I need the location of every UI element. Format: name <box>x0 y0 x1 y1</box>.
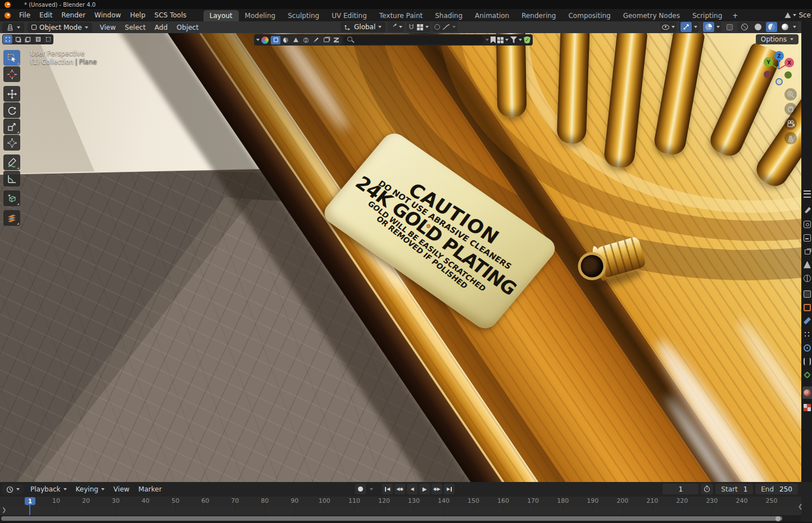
timeline-expand-left-icon[interactable]: ❯ <box>2 507 6 513</box>
select-box-tool[interactable] <box>3 50 20 66</box>
menu-object[interactable]: Object <box>172 24 203 31</box>
shading-material-preview-button[interactable] <box>766 22 777 32</box>
props-tab-output[interactable] <box>802 231 812 244</box>
filter-object-toggle[interactable] <box>271 36 280 44</box>
annotate-tool[interactable] <box>3 154 20 170</box>
shading-wireframe-button[interactable] <box>739 22 750 32</box>
cursor-tool[interactable] <box>3 66 20 82</box>
props-tab-collection[interactable] <box>802 288 812 300</box>
show-overlays-button[interactable] <box>703 22 714 32</box>
filter-shading-toggle[interactable] <box>281 36 291 44</box>
bookmark-icon[interactable] <box>491 37 496 43</box>
tab-scripting[interactable]: Scripting <box>686 10 728 21</box>
gizmo-y-axis-ball[interactable]: Y <box>764 57 773 67</box>
menu-timeline-view[interactable]: View <box>109 485 134 493</box>
tab-animation[interactable]: Animation <box>469 10 515 21</box>
options-button[interactable]: Options <box>756 34 799 44</box>
visibility-dropdown[interactable] <box>660 22 677 32</box>
timeline-collapse-right-icon[interactable]: ❮ <box>798 503 802 510</box>
menu-view[interactable]: View <box>96 24 120 31</box>
add-cube-tool[interactable] <box>3 190 20 206</box>
props-tab-world[interactable] <box>802 272 812 284</box>
funnel-chevron-icon[interactable] <box>519 39 522 41</box>
pan-button[interactable] <box>784 103 797 115</box>
menu-marker[interactable]: Marker <box>134 485 166 493</box>
select-mode-invert-button[interactable] <box>33 35 43 44</box>
snap-target-dropdown[interactable] <box>388 22 404 32</box>
camera-view-button[interactable] <box>784 117 797 130</box>
select-mode-extend-button[interactable] <box>13 35 22 44</box>
filter-image-toggle[interactable] <box>321 36 331 44</box>
filter-world-toggle[interactable] <box>301 36 311 44</box>
timeline-scrollbar-handle[interactable] <box>775 516 781 521</box>
select-mode-subtract-button[interactable] <box>23 35 33 44</box>
menu-file[interactable]: File <box>15 11 35 19</box>
snap-mode-icon[interactable] <box>417 24 423 30</box>
scale-tool[interactable] <box>3 119 20 134</box>
navigation-gizmo[interactable]: Z Y X <box>759 47 799 92</box>
collapsed-chevron-icon[interactable] <box>486 39 489 41</box>
falloff-curve-icon[interactable] <box>442 24 450 30</box>
blender-menu-logo[interactable] <box>0 12 15 19</box>
timeline-editor-type-button[interactable] <box>2 484 24 494</box>
next-keyframe-button[interactable]: ◆▶ <box>432 484 442 494</box>
measure-tool[interactable] <box>3 171 20 187</box>
scs-addon-tool[interactable] <box>3 210 20 226</box>
use-preview-range-button[interactable] <box>701 484 713 494</box>
display-mode-chevron-icon[interactable] <box>505 39 509 41</box>
menu-render[interactable]: Render <box>57 11 90 19</box>
menu-edit[interactable]: Edit <box>35 11 57 19</box>
props-tab-constraints[interactable] <box>802 355 812 367</box>
shading-solid-button[interactable] <box>752 22 764 32</box>
add-workspace-button[interactable]: + <box>728 10 742 21</box>
props-tab-physics[interactable] <box>802 342 812 354</box>
props-tab-tool[interactable] <box>802 203 812 216</box>
filter-brush-toggle[interactable] <box>311 36 321 44</box>
menu-select[interactable]: Select <box>120 24 150 31</box>
gizmo-neg-y-ball[interactable] <box>784 71 792 79</box>
menu-scs-tools[interactable]: SCS Tools <box>150 11 191 19</box>
playhead-line[interactable] <box>29 504 30 515</box>
proportional-editing-icon[interactable] <box>434 24 440 30</box>
scene-selector[interactable]: Sce <box>784 9 812 21</box>
timeline-ruler[interactable]: 1 10203040506070809010011012013014015016… <box>0 497 801 506</box>
tab-layout[interactable]: Layout <box>203 10 239 21</box>
scene-name[interactable]: Sce <box>799 11 811 19</box>
props-tab-modifiers[interactable] <box>802 315 812 327</box>
play-reverse-button[interactable]: ◀ <box>407 484 418 494</box>
gizmo-chevron-icon[interactable] <box>694 26 697 28</box>
props-tab-render[interactable] <box>802 218 812 230</box>
snap-chevron-icon[interactable] <box>425 26 429 28</box>
tab-rendering[interactable]: Rendering <box>515 10 562 21</box>
menu-keying[interactable]: Keying <box>71 485 109 493</box>
tab-compositing[interactable]: Compositing <box>562 10 616 21</box>
props-tab-editor[interactable] <box>802 188 812 200</box>
auto-keying-button[interactable] <box>355 484 366 494</box>
xray-toggle-button[interactable] <box>724 22 735 32</box>
props-tab-scene[interactable] <box>802 258 812 271</box>
mode-dropdown[interactable]: Object Mode <box>28 22 92 33</box>
filter-rig-toggle[interactable] <box>332 36 341 44</box>
props-tab-texture[interactable] <box>802 401 812 413</box>
props-tab-viewlayer[interactable] <box>802 245 812 257</box>
shield-check-icon[interactable]: ✓ <box>524 37 530 44</box>
tab-sculpting[interactable]: Sculpting <box>282 10 325 21</box>
play-button[interactable]: ▶ <box>419 484 430 494</box>
move-tool[interactable] <box>3 86 20 102</box>
tab-uv-editing[interactable]: UV Editing <box>325 10 373 21</box>
shading-rendered-button[interactable] <box>779 22 791 32</box>
display-mode-icon[interactable] <box>497 37 503 43</box>
props-tab-data[interactable] <box>802 369 812 381</box>
editor-type-button[interactable] <box>2 22 24 33</box>
search-input[interactable] <box>343 35 484 44</box>
props-tab-particles[interactable] <box>802 328 812 340</box>
timeline-scrollbar[interactable] <box>1 516 782 521</box>
transform-tool[interactable] <box>3 135 20 151</box>
gizmo-neg-x-ball[interactable] <box>764 71 771 78</box>
jump-to-start-button[interactable]: ◀ <box>382 484 393 494</box>
overlays-chevron-icon[interactable] <box>716 26 720 28</box>
start-frame-field[interactable]: Start1 <box>715 484 753 494</box>
rotate-tool[interactable] <box>3 102 20 118</box>
gizmo-z-axis-ball[interactable]: Z <box>774 51 784 61</box>
tab-texture-paint[interactable]: Texture Paint <box>373 10 429 21</box>
